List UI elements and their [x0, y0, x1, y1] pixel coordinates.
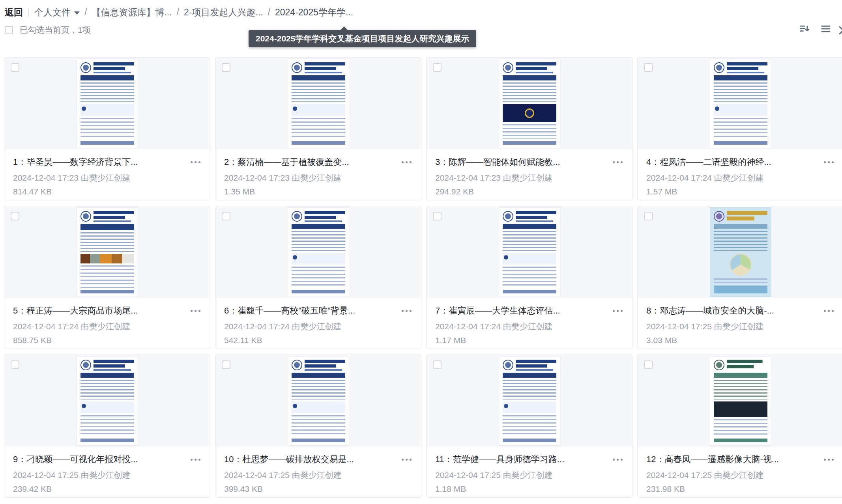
- file-thumbnail[interactable]: [4, 58, 210, 149]
- file-checkbox[interactable]: [11, 63, 19, 72]
- file-title[interactable]: 5：程正涛——大宗商品市场尾...: [13, 305, 138, 317]
- file-checkbox[interactable]: [11, 360, 19, 369]
- file-card[interactable]: 10：杜思梦——碳排放权交易是... 2024-12-04 17:25 由樊少江…: [215, 355, 421, 498]
- file-title[interactable]: 10：杜思梦——碳排放权交易是...: [224, 454, 354, 465]
- file-thumbnail[interactable]: [4, 355, 210, 447]
- file-thumbnail[interactable]: [638, 58, 842, 149]
- file-card[interactable]: 3：陈辉——智能体如何赋能教... 2024-12-04 17:23 由樊少江创…: [426, 57, 632, 200]
- file-checkbox[interactable]: [433, 63, 442, 72]
- more-actions-button[interactable]: [612, 159, 623, 166]
- file-checkbox[interactable]: [433, 212, 442, 220]
- file-card[interactable]: 1：毕圣昊——数字经济背景下... 2024-12-04 17:23 由樊少江创…: [4, 57, 210, 200]
- more-actions-button[interactable]: [612, 308, 623, 314]
- file-title[interactable]: 4：程凤洁——二语坚毅的神经...: [646, 156, 771, 168]
- file-thumbnail[interactable]: [638, 355, 842, 447]
- file-checkbox[interactable]: [222, 63, 230, 72]
- file-card[interactable]: 4：程凤洁——二语坚毅的神经... 2024-12-04 17:24 由樊少江创…: [637, 57, 842, 200]
- poster-text-art: [714, 231, 767, 251]
- close-icon[interactable]: [836, 24, 842, 39]
- file-checkbox[interactable]: [11, 212, 19, 220]
- list-view-icon[interactable]: [820, 23, 832, 35]
- more-actions-button[interactable]: [190, 308, 201, 314]
- university-logo-icon: [80, 211, 91, 222]
- file-checkbox[interactable]: [222, 212, 230, 220]
- file-checkbox[interactable]: [433, 360, 442, 369]
- more-actions-button[interactable]: [823, 308, 835, 314]
- file-info: 8：邓志涛——城市安全的大脑-... 2024-12-04 17:25 由樊少江…: [638, 298, 842, 345]
- selection-count-label: 已勾选当前页，1项: [20, 24, 91, 35]
- more-actions-button[interactable]: [823, 456, 835, 463]
- file-title[interactable]: 3：陈辉——智能体如何赋能教...: [435, 156, 560, 168]
- file-card[interactable]: 5：程正涛——大宗商品市场尾... 2024-12-04 17:24 由樊少江创…: [4, 206, 210, 349]
- poster-footer-art: [292, 141, 345, 145]
- more-actions-button[interactable]: [823, 159, 835, 166]
- file-title[interactable]: 12：高春凤——遥感影像大脑-视...: [646, 454, 779, 465]
- more-actions-button[interactable]: [401, 159, 412, 166]
- poster-preview-image: [288, 356, 349, 446]
- poster-preview-image: [288, 207, 349, 297]
- poster-band-art: [292, 224, 345, 229]
- poster-band-art: [80, 224, 134, 230]
- poster-preview-image: [288, 59, 349, 148]
- poster-footer-art: [503, 141, 556, 145]
- file-card[interactable]: 12：高春凤——遥感影像大脑-视... 2024-12-04 17:25 由樊少…: [637, 355, 842, 498]
- more-actions-button[interactable]: [612, 456, 623, 463]
- breadcrumb-separator: /: [177, 7, 179, 18]
- file-card[interactable]: 8：邓志涛——城市安全的大脑-... 2024-12-04 17:25 由樊少江…: [637, 206, 842, 349]
- file-title[interactable]: 9：刁晓颖——可视化年报对投...: [13, 454, 138, 465]
- file-checkbox[interactable]: [222, 360, 230, 369]
- more-actions-button[interactable]: [190, 456, 201, 463]
- poster-header-art: [503, 360, 556, 371]
- more-actions-button[interactable]: [190, 159, 201, 166]
- poster-band-art: [714, 373, 767, 378]
- file-thumbnail[interactable]: [427, 58, 632, 149]
- file-checkbox[interactable]: [644, 360, 653, 369]
- poster-band-art: [714, 224, 767, 229]
- breadcrumb-item-project-initiators[interactable]: 2-项目发起人兴趣...: [184, 6, 263, 19]
- file-thumbnail[interactable]: [427, 355, 632, 447]
- file-size: 239.42 KB: [13, 484, 201, 494]
- more-actions-button[interactable]: [401, 308, 412, 314]
- poster-header-art: [714, 360, 767, 371]
- breadcrumb-label: 个人文件: [34, 6, 71, 19]
- university-logo-icon: [714, 211, 724, 222]
- file-checkbox[interactable]: [644, 63, 653, 72]
- poster-footer-art: [292, 439, 345, 442]
- file-card[interactable]: 9：刁晓颖——可视化年报对投... 2024-12-04 17:25 由樊少江创…: [4, 355, 210, 498]
- breadcrumb-item-personal-files[interactable]: 个人文件: [34, 6, 80, 19]
- file-thumbnail[interactable]: [427, 206, 632, 298]
- poster-footer-art: [714, 439, 767, 442]
- file-meta: 2024-12-04 17:25 由樊少江创建: [646, 470, 835, 481]
- file-thumbnail[interactable]: [4, 206, 210, 298]
- file-thumbnail[interactable]: [215, 206, 421, 298]
- file-meta: 2024-12-04 17:25 由樊少江创建: [646, 321, 835, 332]
- file-card[interactable]: 6：崔馥千——高校"破五唯"背景... 2024-12-04 17:24 由樊少…: [215, 206, 421, 349]
- breadcrumb-item-current-folder[interactable]: 2024-2025学年学...: [275, 6, 353, 19]
- file-thumbnail[interactable]: [215, 355, 421, 447]
- file-title[interactable]: 11：范学健——具身师德学习路...: [435, 454, 564, 465]
- select-all-checkbox[interactable]: [5, 26, 13, 34]
- file-info: 6：崔馥千——高校"破五唯"背景... 2024-12-04 17:24 由樊少…: [215, 298, 421, 345]
- file-card[interactable]: 2：蔡清楠——基于植被覆盖变... 2024-12-04 17:23 由樊少江创…: [215, 57, 421, 200]
- file-checkbox[interactable]: [644, 212, 653, 220]
- file-thumbnail[interactable]: [215, 58, 421, 149]
- breadcrumb-item-resource-library[interactable]: 【信息资源库】博...: [92, 6, 172, 19]
- more-actions-button[interactable]: [401, 456, 412, 463]
- university-logo-icon: [503, 211, 513, 222]
- file-title[interactable]: 2：蔡清楠——基于植被覆盖变...: [224, 156, 349, 168]
- poster-text-art: [80, 82, 134, 102]
- file-title[interactable]: 7：崔寅辰——大学生体态评估...: [435, 305, 560, 317]
- file-card[interactable]: 7：崔寅辰——大学生体态评估... 2024-12-04 17:24 由樊少江创…: [426, 206, 632, 349]
- back-button[interactable]: 返回: [5, 6, 23, 19]
- file-info: 11：范学健——具身师德学习路... 2024-12-04 17:25 由樊少江…: [427, 447, 632, 494]
- file-card[interactable]: 11：范学健——具身师德学习路... 2024-12-04 17:25 由樊少江…: [426, 355, 632, 498]
- file-title[interactable]: 8：邓志涛——城市安全的大脑-...: [646, 305, 774, 317]
- file-title[interactable]: 1：毕圣昊——数字经济背景下...: [13, 156, 138, 168]
- university-logo-icon: [292, 62, 302, 73]
- view-toolbar: [799, 23, 832, 35]
- university-logo-icon: [80, 360, 91, 370]
- file-title[interactable]: 6：崔馥千——高校"破五唯"背景...: [224, 305, 355, 317]
- file-thumbnail[interactable]: [638, 206, 842, 298]
- sort-descending-icon[interactable]: [799, 23, 810, 35]
- poster-title-art: [94, 211, 134, 222]
